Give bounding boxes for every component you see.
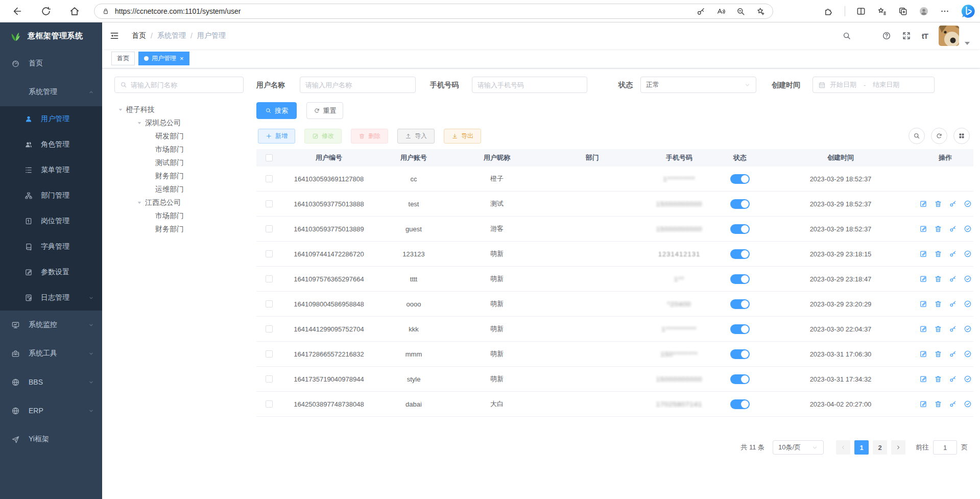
bing-chat-icon[interactable] [961, 4, 976, 19]
assign-role-icon[interactable] [964, 200, 972, 208]
sidebar-collapse-icon[interactable] [109, 31, 119, 41]
page-button-2[interactable]: 2 [873, 440, 887, 455]
delete-row-icon[interactable] [934, 250, 942, 258]
assign-role-icon[interactable] [964, 400, 972, 408]
page-button-1[interactable]: 1 [854, 440, 869, 455]
page-size-select[interactable]: 10条/页 [773, 440, 824, 455]
github-icon[interactable] [862, 31, 871, 40]
dept-search-input[interactable] [131, 81, 238, 89]
reset-password-icon[interactable] [949, 375, 957, 383]
row-checkbox[interactable] [266, 350, 273, 358]
reset-password-icon[interactable] [949, 400, 957, 408]
sidebar-item-BBS[interactable]: BBS [0, 368, 102, 396]
tab-用户管理[interactable]: 用户管理× [138, 52, 189, 65]
sidebar-item-参数设置[interactable]: 参数设置 [0, 259, 102, 285]
start-date-placeholder[interactable]: 开始日期 [830, 80, 856, 89]
tree-node-研发部门[interactable]: 研发部门 [114, 130, 244, 143]
zoom-out-icon[interactable] [736, 7, 746, 16]
reset-password-icon[interactable] [949, 275, 957, 283]
edit-row-icon[interactable] [919, 300, 927, 308]
status-toggle[interactable] [730, 324, 750, 334]
edit-row-icon[interactable] [919, 200, 927, 208]
row-checkbox[interactable] [266, 375, 273, 383]
sidebar-item-ERP[interactable]: ERP [0, 396, 102, 425]
sidebar-item-系统工具[interactable]: 系统工具 [0, 339, 102, 368]
phone-input[interactable] [477, 81, 582, 89]
status-toggle[interactable] [730, 199, 750, 209]
tree-node-江西总公司[interactable]: 江西总公司 [114, 196, 244, 209]
goto-page-input[interactable] [933, 440, 957, 455]
tab-首页[interactable]: 首页 [111, 52, 135, 65]
split-screen-icon[interactable] [856, 6, 866, 16]
sidebar-item-用户管理[interactable]: 用户管理 [0, 106, 102, 132]
row-checkbox[interactable] [266, 200, 273, 207]
assign-role-icon[interactable] [964, 300, 972, 308]
browser-home-icon[interactable] [69, 6, 80, 17]
font-size-button[interactable]: tT [922, 32, 928, 40]
next-page-button[interactable] [891, 440, 905, 455]
add-favorite-icon[interactable] [756, 7, 766, 16]
sidebar-item-字典管理[interactable]: 字典管理 [0, 234, 102, 259]
status-toggle[interactable] [730, 224, 750, 234]
hide-search-button[interactable] [909, 128, 925, 144]
edit-button[interactable]: 修改 [304, 129, 342, 144]
row-checkbox[interactable] [266, 300, 273, 307]
sidebar-item-首页[interactable]: 首页 [0, 49, 102, 78]
edit-row-icon[interactable] [919, 350, 927, 358]
sidebar-item-部门管理[interactable]: 部门管理 [0, 183, 102, 208]
sidebar-item-岗位管理[interactable]: 岗位管理 [0, 208, 102, 234]
created-date-range[interactable]: 开始日期 - 结束日期 [812, 77, 935, 93]
extensions-icon[interactable] [824, 6, 834, 16]
edit-row-icon[interactable] [919, 225, 927, 233]
assign-role-icon[interactable] [964, 275, 972, 283]
reset-button[interactable]: 重置 [306, 102, 343, 119]
delete-row-icon[interactable] [934, 400, 942, 408]
breadcrumb-item[interactable]: 首页 [132, 31, 146, 40]
row-checkbox[interactable] [266, 250, 273, 257]
user-name-input[interactable] [305, 81, 410, 89]
delete-row-icon[interactable] [934, 325, 942, 333]
reset-password-icon[interactable] [949, 350, 957, 358]
tree-node-运维部门[interactable]: 运维部门 [114, 183, 244, 196]
status-toggle[interactable] [730, 174, 750, 184]
favorites-icon[interactable] [877, 6, 887, 16]
reset-password-icon[interactable] [949, 250, 957, 258]
delete-row-icon[interactable] [934, 275, 942, 283]
tree-node-橙子科技[interactable]: 橙子科技 [114, 103, 244, 116]
tree-node-市场部门[interactable]: 市场部门 [114, 143, 244, 156]
edit-row-icon[interactable] [919, 325, 927, 333]
sidebar-item-系统管理[interactable]: 系统管理 [0, 78, 102, 106]
row-checkbox[interactable] [266, 275, 273, 282]
end-date-placeholder[interactable]: 结束日期 [873, 80, 899, 89]
password-key-icon[interactable] [696, 7, 706, 16]
reset-password-icon[interactable] [949, 225, 957, 233]
user-avatar[interactable] [939, 26, 959, 46]
delete-row-icon[interactable] [934, 350, 942, 358]
help-icon[interactable] [882, 31, 891, 40]
edit-row-icon[interactable] [919, 400, 927, 408]
assign-role-icon[interactable] [964, 375, 972, 383]
sidebar-item-Yi框架[interactable]: Yi框架 [0, 425, 102, 454]
tree-node-市场部门[interactable]: 市场部门 [114, 209, 244, 223]
refresh-table-button[interactable] [931, 128, 947, 144]
search-button[interactable]: 搜索 [256, 102, 297, 119]
assign-role-icon[interactable] [964, 250, 972, 258]
lock-icon[interactable] [102, 7, 110, 15]
collections-icon[interactable] [898, 6, 908, 16]
status-toggle[interactable] [730, 274, 750, 284]
status-toggle[interactable] [730, 349, 750, 359]
status-select[interactable]: 正常 [640, 77, 756, 93]
sidebar-item-日志管理[interactable]: 日志管理 [0, 285, 102, 311]
url-text[interactable]: https://ccnetcore.com:1101/system/user [115, 7, 696, 15]
tree-node-测试部门[interactable]: 测试部门 [114, 156, 244, 170]
assign-role-icon[interactable] [964, 225, 972, 233]
row-checkbox[interactable] [266, 400, 273, 408]
tree-node-深圳总公司[interactable]: 深圳总公司 [114, 116, 244, 130]
select-all-checkbox[interactable] [266, 154, 273, 161]
previous-page-button[interactable] [836, 440, 850, 455]
export-button[interactable]: 导出 [444, 129, 481, 144]
delete-row-icon[interactable] [934, 375, 942, 383]
assign-role-icon[interactable] [964, 325, 972, 333]
reset-password-icon[interactable] [949, 200, 957, 208]
status-toggle[interactable] [730, 374, 750, 384]
